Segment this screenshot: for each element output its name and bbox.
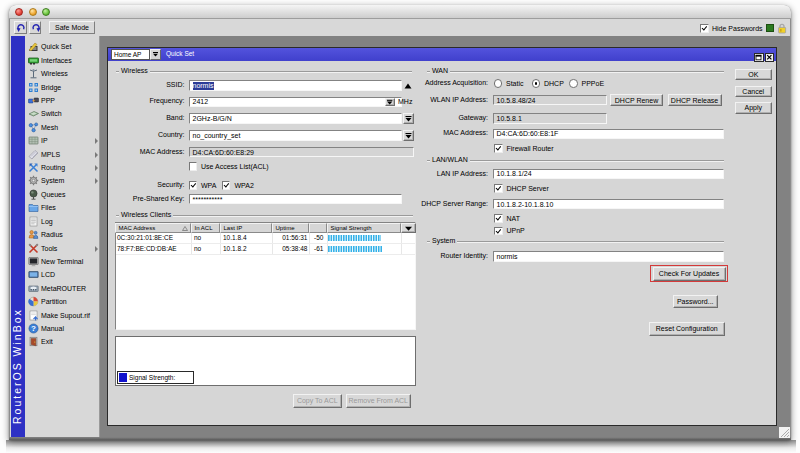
- svg-text:?: ?: [31, 324, 36, 333]
